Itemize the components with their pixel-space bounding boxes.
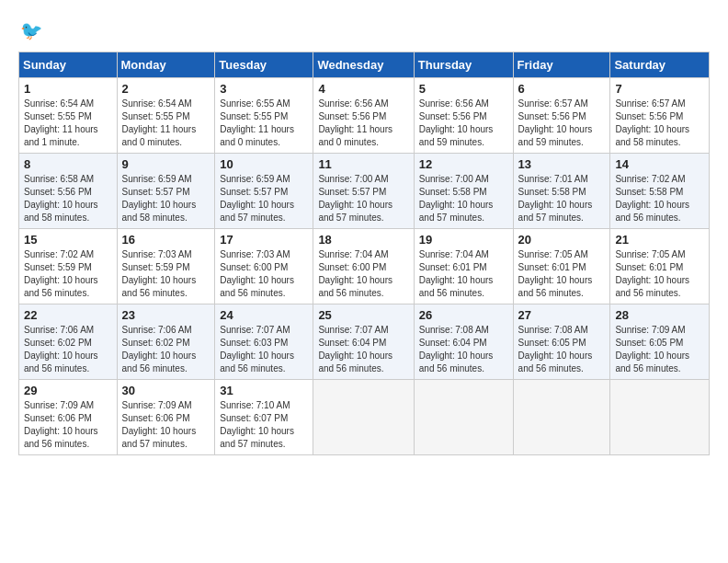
day-number: 15 <box>24 233 112 247</box>
day-number: 28 <box>615 308 704 322</box>
table-row: 19Sunrise: 7:04 AM Sunset: 6:01 PM Dayli… <box>414 229 513 304</box>
day-number: 17 <box>220 233 308 247</box>
day-info: Sunrise: 6:54 AM Sunset: 5:55 PM Dayligh… <box>24 98 112 149</box>
day-info: Sunrise: 7:05 AM Sunset: 6:01 PM Dayligh… <box>615 248 704 300</box>
calendar-week-row: 15Sunrise: 7:02 AM Sunset: 5:59 PM Dayli… <box>19 229 710 304</box>
day-number: 19 <box>419 233 508 247</box>
page-header: 🐦 <box>18 18 710 44</box>
table-row: 24Sunrise: 7:07 AM Sunset: 6:03 PM Dayli… <box>215 304 313 380</box>
table-row: 17Sunrise: 7:03 AM Sunset: 6:00 PM Dayli… <box>215 229 313 304</box>
day-info: Sunrise: 7:07 AM Sunset: 6:03 PM Dayligh… <box>220 324 308 375</box>
table-row: 7Sunrise: 6:57 AM Sunset: 5:56 PM Daylig… <box>610 78 710 154</box>
day-number: 16 <box>122 233 210 247</box>
logo: 🐦 <box>18 18 46 44</box>
table-row: 25Sunrise: 7:07 AM Sunset: 6:04 PM Dayli… <box>313 304 414 380</box>
day-info: Sunrise: 7:08 AM Sunset: 6:04 PM Dayligh… <box>419 324 508 375</box>
day-number: 20 <box>518 233 606 247</box>
calendar-header-monday: Monday <box>117 52 215 78</box>
calendar-header-tuesday: Tuesday <box>215 52 313 78</box>
day-info: Sunrise: 7:10 AM Sunset: 6:07 PM Dayligh… <box>220 399 308 451</box>
calendar-header-wednesday: Wednesday <box>313 52 414 78</box>
table-row: 5Sunrise: 6:56 AM Sunset: 5:56 PM Daylig… <box>414 78 513 154</box>
day-info: Sunrise: 7:04 AM Sunset: 6:00 PM Dayligh… <box>318 248 408 300</box>
table-row: 9Sunrise: 6:59 AM Sunset: 5:57 PM Daylig… <box>117 154 215 229</box>
day-info: Sunrise: 7:00 AM Sunset: 5:57 PM Dayligh… <box>318 173 408 224</box>
table-row: 10Sunrise: 6:59 AM Sunset: 5:57 PM Dayli… <box>215 154 313 229</box>
day-number: 13 <box>518 157 606 171</box>
table-row <box>610 380 710 455</box>
day-number: 4 <box>318 82 408 96</box>
day-number: 29 <box>24 384 112 397</box>
day-info: Sunrise: 6:57 AM Sunset: 5:56 PM Dayligh… <box>518 98 606 149</box>
table-row <box>313 380 414 455</box>
table-row: 29Sunrise: 7:09 AM Sunset: 6:06 PM Dayli… <box>19 380 118 455</box>
day-info: Sunrise: 6:59 AM Sunset: 5:57 PM Dayligh… <box>122 173 210 224</box>
logo-icon: 🐦 <box>20 18 46 44</box>
table-row: 30Sunrise: 7:09 AM Sunset: 6:06 PM Dayli… <box>117 380 215 455</box>
table-row: 3Sunrise: 6:55 AM Sunset: 5:55 PM Daylig… <box>215 78 313 154</box>
day-number: 24 <box>220 308 308 322</box>
day-info: Sunrise: 6:55 AM Sunset: 5:55 PM Dayligh… <box>220 98 308 149</box>
day-info: Sunrise: 7:09 AM Sunset: 6:06 PM Dayligh… <box>24 399 112 451</box>
day-number: 1 <box>24 82 112 96</box>
table-row: 6Sunrise: 6:57 AM Sunset: 5:56 PM Daylig… <box>513 78 610 154</box>
day-number: 25 <box>318 308 408 322</box>
day-number: 3 <box>220 82 308 96</box>
day-number: 7 <box>615 82 704 96</box>
calendar-week-row: 8Sunrise: 6:58 AM Sunset: 5:56 PM Daylig… <box>19 154 710 229</box>
calendar-table: SundayMondayTuesdayWednesdayThursdayFrid… <box>18 52 710 455</box>
day-info: Sunrise: 6:56 AM Sunset: 5:56 PM Dayligh… <box>419 98 508 149</box>
day-info: Sunrise: 7:06 AM Sunset: 6:02 PM Dayligh… <box>24 324 112 375</box>
day-number: 23 <box>122 308 210 322</box>
calendar-header-row: SundayMondayTuesdayWednesdayThursdayFrid… <box>19 52 710 78</box>
calendar-week-row: 29Sunrise: 7:09 AM Sunset: 6:06 PM Dayli… <box>19 380 710 455</box>
day-info: Sunrise: 7:04 AM Sunset: 6:01 PM Dayligh… <box>419 248 508 300</box>
table-row: 14Sunrise: 7:02 AM Sunset: 5:58 PM Dayli… <box>610 154 710 229</box>
day-number: 30 <box>122 384 210 397</box>
table-row <box>414 380 513 455</box>
svg-text:🐦: 🐦 <box>20 19 43 41</box>
day-number: 10 <box>220 157 308 171</box>
day-info: Sunrise: 7:05 AM Sunset: 6:01 PM Dayligh… <box>518 248 606 300</box>
day-number: 8 <box>24 157 112 171</box>
table-row: 4Sunrise: 6:56 AM Sunset: 5:56 PM Daylig… <box>313 78 414 154</box>
table-row: 11Sunrise: 7:00 AM Sunset: 5:57 PM Dayli… <box>313 154 414 229</box>
table-row: 8Sunrise: 6:58 AM Sunset: 5:56 PM Daylig… <box>19 154 118 229</box>
table-row: 26Sunrise: 7:08 AM Sunset: 6:04 PM Dayli… <box>414 304 513 380</box>
day-number: 9 <box>122 157 210 171</box>
day-number: 27 <box>518 308 606 322</box>
day-info: Sunrise: 7:07 AM Sunset: 6:04 PM Dayligh… <box>318 324 408 375</box>
day-info: Sunrise: 7:02 AM Sunset: 5:59 PM Dayligh… <box>24 248 112 300</box>
day-number: 14 <box>615 157 704 171</box>
table-row: 12Sunrise: 7:00 AM Sunset: 5:58 PM Dayli… <box>414 154 513 229</box>
table-row: 21Sunrise: 7:05 AM Sunset: 6:01 PM Dayli… <box>610 229 710 304</box>
table-row: 2Sunrise: 6:54 AM Sunset: 5:55 PM Daylig… <box>117 78 215 154</box>
day-number: 11 <box>318 157 408 171</box>
table-row: 23Sunrise: 7:06 AM Sunset: 6:02 PM Dayli… <box>117 304 215 380</box>
day-info: Sunrise: 7:03 AM Sunset: 5:59 PM Dayligh… <box>122 248 210 300</box>
day-info: Sunrise: 6:57 AM Sunset: 5:56 PM Dayligh… <box>615 98 704 149</box>
table-row: 28Sunrise: 7:09 AM Sunset: 6:05 PM Dayli… <box>610 304 710 380</box>
day-info: Sunrise: 7:09 AM Sunset: 6:05 PM Dayligh… <box>615 324 704 375</box>
table-row: 1Sunrise: 6:54 AM Sunset: 5:55 PM Daylig… <box>19 78 118 154</box>
day-number: 18 <box>318 233 408 247</box>
day-number: 6 <box>518 82 606 96</box>
day-info: Sunrise: 7:00 AM Sunset: 5:58 PM Dayligh… <box>419 173 508 224</box>
day-info: Sunrise: 7:01 AM Sunset: 5:58 PM Dayligh… <box>518 173 606 224</box>
table-row: 18Sunrise: 7:04 AM Sunset: 6:00 PM Dayli… <box>313 229 414 304</box>
day-info: Sunrise: 6:54 AM Sunset: 5:55 PM Dayligh… <box>122 98 210 149</box>
day-number: 2 <box>122 82 210 96</box>
day-number: 26 <box>419 308 508 322</box>
day-number: 22 <box>24 308 112 322</box>
day-info: Sunrise: 6:58 AM Sunset: 5:56 PM Dayligh… <box>24 173 112 224</box>
calendar-header-thursday: Thursday <box>414 52 513 78</box>
day-number: 5 <box>419 82 508 96</box>
day-number: 12 <box>419 157 508 171</box>
day-info: Sunrise: 7:09 AM Sunset: 6:06 PM Dayligh… <box>122 399 210 451</box>
table-row: 31Sunrise: 7:10 AM Sunset: 6:07 PM Dayli… <box>215 380 313 455</box>
calendar-week-row: 1Sunrise: 6:54 AM Sunset: 5:55 PM Daylig… <box>19 78 710 154</box>
day-info: Sunrise: 6:59 AM Sunset: 5:57 PM Dayligh… <box>220 173 308 224</box>
day-info: Sunrise: 7:06 AM Sunset: 6:02 PM Dayligh… <box>122 324 210 375</box>
day-info: Sunrise: 6:56 AM Sunset: 5:56 PM Dayligh… <box>318 98 408 149</box>
day-number: 21 <box>615 233 704 247</box>
